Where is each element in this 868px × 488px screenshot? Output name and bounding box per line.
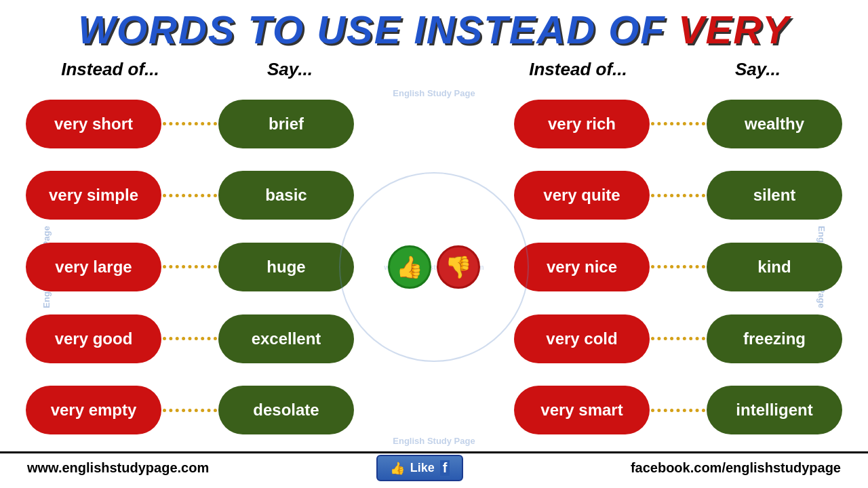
dotted-line-left-1 — [163, 194, 217, 197]
right-instead-pill-4: very smart — [514, 386, 650, 434]
right-say-pill-1: silent — [707, 171, 842, 220]
right-say-pill-2: kind — [707, 243, 842, 291]
like-thumb-icon: 👍 — [390, 461, 405, 476]
dotted-line-right-3 — [651, 337, 705, 340]
left-instead-pill-2: very large — [26, 243, 161, 291]
left-row-0: very short brief — [0, 100, 380, 148]
title-bar: WORDS TO USE INSTEAD OF VERY — [0, 0, 868, 56]
dotted-line-right-4 — [651, 409, 705, 412]
right-instead-pill-3: very cold — [514, 314, 650, 363]
right-instead-pill-0: very rich — [514, 100, 650, 148]
left-panel: very short brief very simple basic very … — [0, 83, 380, 451]
dotted-line-left-0 — [163, 122, 217, 125]
left-say-pill-1: basic — [218, 171, 354, 220]
left-say-pill-0: brief — [218, 100, 354, 148]
right-panel: very rich wealthy very quite silent very… — [488, 83, 868, 451]
right-row-1: very quite silent — [488, 171, 868, 220]
left-instead-pill-0: very short — [26, 100, 161, 148]
right-instead-pill-1: very quite — [514, 171, 650, 220]
center-area: www.englishstudypage.com 👍 👎 — [380, 83, 488, 451]
like-button[interactable]: 👍 Like f — [376, 455, 464, 481]
dotted-line-left-2 — [163, 265, 217, 268]
footer-facebook: facebook.com/englishstudypage — [631, 460, 841, 476]
title-main: WORDS TO USE INSTEAD OF — [78, 7, 678, 52]
main-content: English Study Page English Study Page En… — [0, 83, 868, 451]
right-say-pill-4: intelligent — [707, 386, 842, 434]
right-row-4: very smart intelligent — [488, 386, 868, 434]
dotted-line-right-2 — [651, 265, 705, 268]
like-label: Like — [410, 461, 435, 475]
header-right-instead: Instead of... — [488, 59, 668, 80]
left-row-1: very simple basic — [0, 171, 380, 220]
dotted-line-right-1 — [651, 194, 705, 197]
right-say-pill-0: wealthy — [707, 100, 842, 148]
left-row-2: very large huge — [0, 243, 380, 291]
thumbs-container: 👍 👎 — [388, 245, 480, 289]
right-row-2: very nice kind — [488, 243, 868, 291]
left-row-3: very good excellent — [0, 314, 380, 363]
right-row-0: very rich wealthy — [488, 100, 868, 148]
dotted-line-left-3 — [163, 337, 217, 340]
right-row-3: very cold freezing — [488, 314, 868, 363]
left-instead-pill-3: very good — [26, 314, 161, 363]
header-left-instead: Instead of... — [20, 59, 200, 80]
right-instead-pill-2: very nice — [514, 243, 650, 291]
title-very: VERY — [678, 7, 790, 52]
header-right-say: Say... — [668, 59, 848, 80]
footer: www.englishstudypage.com 👍 Like f facebo… — [0, 451, 868, 483]
thumbs-down-icon: 👎 — [437, 245, 480, 289]
left-row-4: very empty desolate — [0, 386, 380, 434]
right-say-pill-3: freezing — [707, 314, 842, 363]
header-left-say: Say... — [200, 59, 380, 80]
thumbs-up-icon: 👍 — [388, 245, 431, 289]
left-say-pill-3: excellent — [218, 314, 354, 363]
left-instead-pill-1: very simple — [26, 171, 161, 220]
left-say-pill-4: desolate — [218, 386, 354, 434]
dotted-line-right-0 — [651, 122, 705, 125]
facebook-icon: f — [440, 460, 450, 476]
left-instead-pill-4: very empty — [26, 386, 161, 434]
column-headers: Instead of... Say... Instead of... Say..… — [0, 56, 868, 83]
footer-website: www.englishstudypage.com — [27, 460, 209, 476]
left-say-pill-2: huge — [218, 243, 354, 291]
dotted-line-left-4 — [163, 409, 217, 412]
